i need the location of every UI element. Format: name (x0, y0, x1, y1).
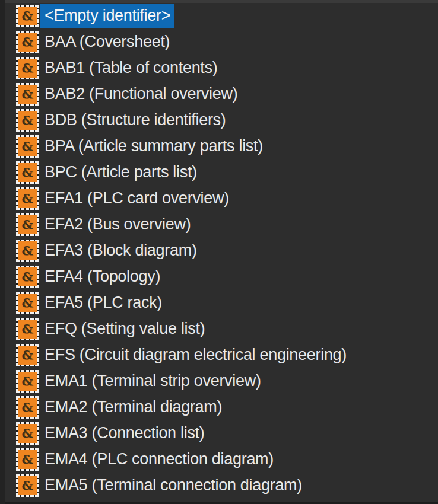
page-identifier-icon: & (16, 474, 39, 497)
ampersand-icon: & (22, 114, 33, 126)
page-identifier-icon: & (16, 57, 39, 79)
list-item-label: BPA (Article summary parts list) (40, 135, 267, 158)
panel-bottom-border (5, 502, 438, 504)
list-item-label: EFQ (Setting value list) (40, 317, 209, 341)
page-identifier-icon: & (16, 187, 39, 210)
list-item[interactable]: & BAA (Coversheet) (16, 29, 438, 55)
list-item-label: EFA2 (Bus overview) (40, 213, 195, 237)
list-item[interactable]: & <Empty identifier> (16, 3, 438, 29)
list-item-label: BPC (Article parts list) (40, 161, 201, 184)
ampersand-icon: & (22, 479, 33, 492)
list-item[interactable]: & EFA1 (PLC card overview) (16, 186, 438, 212)
list-item[interactable]: & EMA3 (Connection list) (16, 420, 438, 446)
ampersand-icon: & (22, 9, 33, 22)
list-item[interactable]: & EMA4 (PLC connection diagram) (16, 446, 438, 473)
ampersand-icon: & (22, 453, 33, 465)
list-item-label: EMA2 (Terminal diagram) (40, 395, 226, 419)
page-identifier-icon: & (16, 396, 39, 419)
ampersand-icon: & (22, 296, 33, 309)
page-identifier-icon: & (16, 266, 39, 288)
list-item-label: EMA4 (PLC connection diagram) (40, 448, 278, 471)
ampersand-icon: & (22, 375, 33, 387)
page-identifier-icon: & (16, 292, 39, 314)
ampersand-icon: & (22, 140, 33, 152)
page-type-identifier-list: & <Empty identifier> & BAA (Coversheet) … (0, 3, 438, 499)
page-identifier-icon: & (16, 161, 39, 184)
list-item[interactable]: & BPC (Article parts list) (16, 160, 438, 186)
page-identifier-icon: & (16, 5, 39, 27)
list-item-label: EFA4 (Topology) (40, 265, 164, 289)
ampersand-icon: & (22, 192, 33, 205)
list-item[interactable]: & BAB1 (Table of contents) (16, 55, 438, 81)
list-item-label: BAB2 (Functional overview) (40, 82, 242, 106)
page-identifier-icon: & (16, 240, 39, 262)
page-identifier-icon: & (16, 109, 39, 132)
ampersand-icon: & (22, 427, 33, 439)
page-identifier-icon: & (16, 318, 39, 340)
ampersand-icon: & (22, 36, 33, 48)
ampersand-icon: & (22, 218, 33, 231)
list-item[interactable]: & EFQ (Setting value list) (16, 316, 438, 342)
list-item[interactable]: & EFA5 (PLC rack) (16, 290, 438, 316)
ampersand-icon: & (22, 88, 33, 100)
page-identifier-icon: & (16, 422, 39, 445)
list-item[interactable]: & EMA5 (Terminal connection diagram) (16, 473, 438, 499)
page-identifier-icon: & (16, 344, 39, 366)
list-item[interactable]: & BDB (Structure identifiers) (16, 107, 438, 133)
list-item-label: BDB (Structure identifiers) (40, 109, 230, 132)
list-item[interactable]: & EFA2 (Bus overview) (16, 212, 438, 238)
list-item-label: EMA5 (Terminal connection diagram) (40, 474, 306, 497)
list-item-label: BAB1 (Table of contents) (40, 56, 221, 80)
ampersand-icon: & (22, 244, 33, 257)
list-item-label: EFA5 (PLC rack) (40, 291, 166, 315)
page-identifier-icon: & (16, 135, 39, 158)
list-item-label: EFA1 (PLC card overview) (40, 187, 233, 210)
page-identifier-icon: & (16, 370, 39, 393)
list-item-label: EMA3 (Connection list) (40, 422, 209, 445)
list-item[interactable]: & BAB2 (Functional overview) (16, 81, 438, 107)
ampersand-icon: & (22, 349, 33, 361)
list-item[interactable]: & EFA4 (Topology) (16, 264, 438, 290)
list-item-label: <Empty identifier> (40, 4, 174, 28)
ampersand-icon: & (22, 323, 33, 335)
ampersand-icon: & (22, 62, 33, 74)
page-identifier-icon: & (16, 448, 39, 471)
page-identifier-icon: & (16, 213, 39, 236)
page-identifier-icon: & (16, 83, 39, 106)
list-item[interactable]: & EFA3 (Block diagram) (16, 238, 438, 264)
list-item-label: EMA1 (Terminal strip overview) (40, 369, 265, 393)
list-item-label: EFA3 (Block diagram) (40, 239, 201, 263)
list-item-label: BAA (Coversheet) (40, 30, 174, 54)
ampersand-icon: & (22, 401, 33, 413)
list-item[interactable]: & BPA (Article summary parts list) (16, 133, 438, 160)
list-item[interactable]: & EFS (Circuit diagram electrical engine… (16, 342, 438, 368)
list-item-label: EFS (Circuit diagram electrical engineer… (40, 343, 351, 367)
list-item[interactable]: & EMA2 (Terminal diagram) (16, 394, 438, 420)
ampersand-icon: & (22, 166, 33, 178)
page-identifier-icon: & (16, 31, 39, 53)
ampersand-icon: & (22, 270, 33, 283)
list-item[interactable]: & EMA1 (Terminal strip overview) (16, 368, 438, 394)
